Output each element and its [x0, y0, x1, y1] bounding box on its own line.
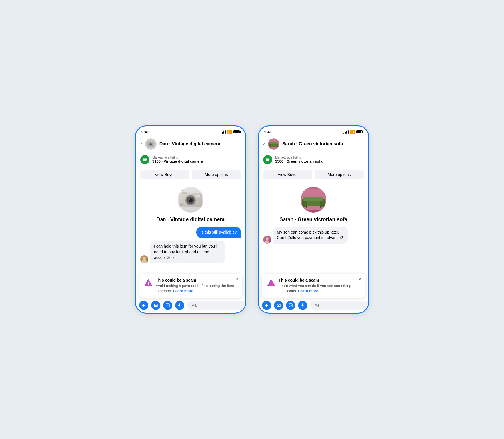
mic-button-2[interactable]: [298, 301, 307, 310]
gallery-button-2[interactable]: [286, 301, 295, 310]
svg-rect-11: [182, 192, 187, 194]
svg-rect-34: [320, 206, 321, 208]
marketplace-bar-2: Marketplace listing $500 · Green victori…: [259, 153, 368, 167]
svg-point-10: [189, 199, 190, 200]
signal-icon-2: [343, 130, 349, 134]
message-input-2[interactable]: [310, 301, 369, 310]
marketplace-price-1: $100 · Vintage digital camera: [152, 159, 241, 163]
chat-title-name-1: Dan ·: [157, 217, 170, 222]
svg-rect-21: [179, 304, 180, 306]
chat-header-1: ‹ Dan · Vintage digital camera: [136, 136, 245, 153]
plus-button-1[interactable]: +: [139, 301, 148, 310]
battery-icon-2: [356, 130, 363, 133]
warning-icon-1: !: [144, 278, 153, 287]
chat-title-item-2: Green victorian sofa: [297, 217, 347, 222]
sent-bubble-1: Is this still available?: [196, 227, 241, 238]
svg-point-39: [278, 305, 279, 306]
chat-title-1: Dan · Vintage digital camera: [157, 217, 225, 223]
time-1: 9:41: [141, 130, 149, 134]
action-buttons-2: View Buyer More options: [259, 167, 368, 182]
chat-title-2: Sarah · Green victorian sofa: [279, 217, 347, 223]
view-buyer-button-1[interactable]: View Buyer: [140, 170, 189, 179]
plus-button-2[interactable]: +: [262, 301, 271, 310]
close-warning-button-2[interactable]: ×: [359, 277, 361, 281]
header-avatar-1: [145, 138, 157, 150]
learn-more-link-2[interactable]: Learn more: [298, 289, 318, 293]
warning-content-2: This could be a scam Learn what you can …: [279, 278, 360, 294]
back-button-2[interactable]: ‹: [263, 141, 265, 147]
product-image-1: [178, 187, 203, 213]
warning-title-1: This could be a scam: [156, 278, 237, 282]
sent-message-1: Is this still available?: [140, 227, 241, 238]
page-wrapper: 9:41 📶 ‹: [135, 125, 369, 314]
svg-rect-32: [303, 197, 323, 201]
phone-1: 9:41 📶 ‹: [135, 125, 246, 314]
received-message-1: I can hold this item for you but you'll …: [140, 241, 241, 263]
header-title-1: Dan · Vintage digital camera: [159, 141, 220, 147]
signal-icon-1: [221, 130, 226, 134]
marketplace-bar-1: Marketplace listing $100 · Vintage digit…: [136, 153, 245, 167]
warning-text-2: Learn what you can do if you see somethi…: [279, 283, 360, 294]
phone-2: 9:41 📶 ‹: [258, 125, 369, 314]
more-options-button-2[interactable]: More options: [315, 170, 364, 179]
back-button-1[interactable]: ‹: [140, 141, 142, 147]
scam-warning-2: ! This could be a scam Learn what you ca…: [262, 274, 365, 298]
svg-point-36: [265, 240, 269, 244]
more-options-button-1[interactable]: More options: [192, 170, 241, 179]
svg-rect-27: [270, 142, 278, 144]
wifi-icon-2: 📶: [350, 130, 355, 134]
svg-rect-13: [180, 204, 183, 205]
status-icons-2: 📶: [343, 130, 363, 134]
warning-text-1: Avoid making a payment before seeing the…: [156, 283, 237, 294]
messages-area-1: Is this still available? I can hold this…: [140, 227, 241, 263]
action-buttons-1: View Buyer More options: [136, 167, 245, 182]
svg-point-14: [143, 257, 146, 260]
chat-title-item-1: Vintage digital camera: [170, 217, 225, 222]
svg-point-3: [150, 143, 152, 145]
status-icons-1: 📶: [221, 130, 240, 134]
header-avatar-2: [268, 138, 279, 150]
svg-point-15: [142, 260, 147, 263]
marketplace-label-2: Marketplace listing: [275, 156, 364, 159]
chat-area-1: Dan · Vintage digital camera Is this sti…: [136, 182, 245, 274]
svg-point-20: [167, 304, 167, 305]
mic-button-1[interactable]: [175, 301, 184, 310]
svg-point-35: [266, 237, 269, 240]
marketplace-icon-1: [140, 155, 149, 164]
sender-avatar-1: [140, 255, 148, 263]
wifi-icon-1: 📶: [227, 130, 232, 134]
chat-header-2: ‹ Sarah · Green victorian sofa: [259, 136, 368, 153]
svg-text:!: !: [271, 281, 272, 286]
gallery-button-1[interactable]: [163, 301, 172, 310]
marketplace-label-1: Marketplace listing: [152, 156, 241, 159]
close-warning-button-1[interactable]: ×: [236, 277, 239, 281]
warning-icon-2: !: [267, 278, 276, 287]
marketplace-icon-2: [263, 155, 272, 164]
svg-point-18: [155, 305, 156, 306]
battery-icon-1: [233, 130, 240, 133]
svg-rect-4: [149, 141, 151, 142]
camera-button-2[interactable]: [274, 301, 283, 310]
chat-area-2: Sarah · Green victorian sofa My son can …: [259, 182, 368, 274]
svg-rect-42: [302, 304, 303, 306]
camera-button-1[interactable]: [151, 301, 160, 310]
view-buyer-button-2[interactable]: View Buyer: [263, 170, 312, 179]
learn-more-link-1[interactable]: Learn more: [173, 289, 193, 293]
svg-rect-33: [306, 206, 307, 208]
status-bar-2: 9:41 📶: [259, 126, 368, 136]
chat-title-name-2: Sarah ·: [279, 217, 297, 222]
warning-title-2: This could be a scam: [279, 278, 360, 282]
marketplace-info-1: Marketplace listing $100 · Vintage digit…: [152, 156, 241, 163]
received-message-2: My son can come pick this up later. Can …: [263, 227, 364, 244]
warning-content-1: This could be a scam Avoid making a paym…: [156, 278, 237, 294]
input-bar-1: + �: [136, 298, 245, 313]
input-bar-2: + �: [259, 298, 368, 313]
time-2: 9:41: [264, 130, 272, 134]
message-input-1[interactable]: [187, 301, 246, 310]
header-title-2: Sarah · Green victorian sofa: [282, 141, 343, 147]
svg-text:!: !: [148, 281, 149, 286]
messages-area-2: My son can come pick this up later. Can …: [263, 227, 364, 244]
marketplace-info-2: Marketplace listing $500 · Green victori…: [275, 156, 364, 163]
received-bubble-2: My son can come pick this up later. Can …: [273, 227, 348, 244]
svg-point-41: [290, 304, 290, 305]
